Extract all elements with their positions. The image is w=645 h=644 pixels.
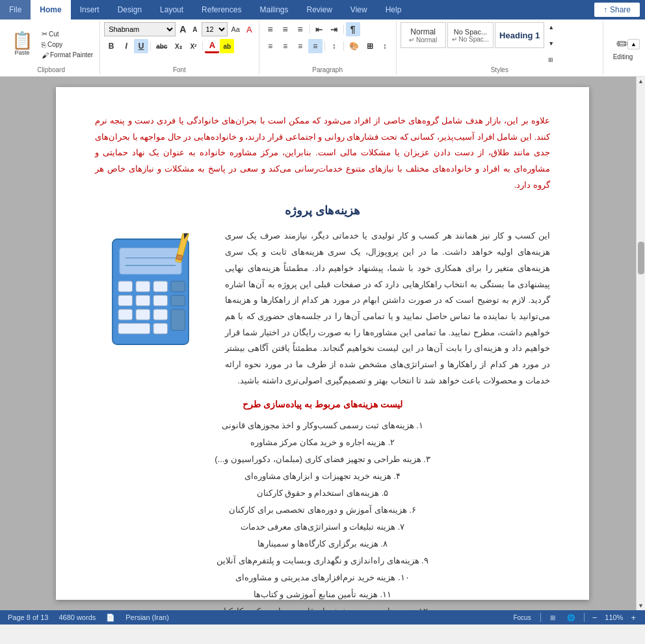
clipboard-label: Clipboard bbox=[7, 65, 96, 73]
bullets-button[interactable]: ≡ bbox=[263, 22, 278, 36]
svg-rect-8 bbox=[118, 296, 133, 306]
scroll-thumb[interactable] bbox=[638, 242, 644, 274]
font-shrink-button[interactable]: A bbox=[190, 22, 200, 36]
numbering-button[interactable]: ≡ bbox=[278, 22, 293, 36]
clear-format-button[interactable]: A bbox=[244, 22, 255, 36]
styles-scroll-down[interactable]: ▼ bbox=[546, 40, 557, 47]
bold-button[interactable]: B bbox=[104, 39, 118, 53]
tab-file[interactable]: File bbox=[0, 0, 31, 19]
scroll-track[interactable] bbox=[637, 86, 645, 601]
list-item: ۱۲. هزینه‌های بیمه و پوشش‌های قانونی برا… bbox=[95, 603, 550, 610]
text-color-button[interactable]: A bbox=[205, 39, 219, 53]
italic-button[interactable]: I bbox=[119, 39, 133, 53]
shading-button[interactable]: 🎨 bbox=[346, 39, 362, 53]
paragraph-label: Paragraph bbox=[263, 65, 392, 73]
list-item: ۳. هزینه طراحی و تجهیز فضای کاری (مبلمان… bbox=[95, 451, 550, 468]
document-container: ▲ ▼ علاوه بر این، بازار هدف شامل گروه‌ها… bbox=[0, 77, 645, 610]
divider3 bbox=[309, 25, 310, 34]
cut-icon: ✂ bbox=[42, 30, 47, 38]
multilevel-button[interactable]: ≡ bbox=[293, 22, 308, 36]
svg-rect-6 bbox=[153, 281, 168, 292]
tab-insert[interactable]: Insert bbox=[71, 0, 109, 19]
svg-rect-13 bbox=[136, 309, 150, 320]
font-size-select[interactable]: 12 bbox=[202, 22, 228, 36]
document-page: علاوه بر این، بازار هدف شامل گروه‌های خا… bbox=[56, 87, 589, 600]
editing-label: Editing bbox=[613, 53, 633, 60]
sort-button[interactable]: ↕ bbox=[378, 39, 392, 53]
status-bar: Page 8 of 13 4680 words 📄 Persian (Iran)… bbox=[0, 610, 645, 625]
show-paragraph-button[interactable]: ¶ bbox=[346, 22, 360, 36]
tab-home[interactable]: Home bbox=[31, 0, 70, 19]
tab-design[interactable]: Design bbox=[109, 0, 151, 19]
underline-button[interactable]: U bbox=[134, 39, 148, 53]
list-item: ۸. هزینه برگزاری کارگاه‌ها و سمینارها bbox=[95, 535, 550, 552]
align-center-button[interactable]: ≡ bbox=[278, 39, 293, 53]
zoom-in-button[interactable]: + bbox=[629, 613, 637, 623]
list-item: ۵. هزینه‌های استخدام و حقوق کارکنان bbox=[95, 485, 550, 502]
list-heading: لیست هزینه‌های مربوط به پیاده‌سازی طرح bbox=[95, 399, 550, 409]
print-layout-button[interactable]: ⊞ bbox=[547, 613, 558, 623]
copy-icon: ⎘ bbox=[42, 41, 46, 49]
line-spacing-button[interactable]: ↕ bbox=[327, 39, 341, 53]
svg-rect-14 bbox=[153, 309, 168, 320]
align-left-button[interactable]: ≡ bbox=[263, 39, 278, 53]
tab-review[interactable]: Review bbox=[297, 0, 341, 19]
scroll-up-arrow[interactable]: ▲ bbox=[637, 77, 646, 86]
paragraph-content: ≡ ≡ ≡ ⇤ ⇥ ¶ ≡ ≡ ≡ ≡ ↕ 🎨 ⊞ ↕ bbox=[263, 22, 392, 65]
format-painter-icon: 🖌 bbox=[42, 51, 49, 59]
strikethrough-button[interactable]: abc bbox=[153, 39, 170, 53]
doc-icon: 📄 bbox=[106, 613, 115, 622]
divider4 bbox=[343, 25, 344, 34]
borders-button[interactable]: ⊞ bbox=[363, 39, 377, 53]
tab-mailings[interactable]: Mailings bbox=[250, 0, 297, 19]
paste-button[interactable]: 📋 Paste bbox=[7, 31, 38, 57]
zoom-out-button[interactable]: − bbox=[591, 613, 599, 623]
style-no-space[interactable]: No Spac... ↵ No Spac... bbox=[447, 22, 494, 48]
list-item: ۱۰. هزینه خرید نرم‌افزارهای مدیریتی و مش… bbox=[95, 569, 550, 586]
divider2 bbox=[202, 42, 203, 51]
web-view-button[interactable]: 🌐 bbox=[564, 613, 577, 623]
svg-rect-4 bbox=[118, 281, 133, 292]
word-count: 4680 words bbox=[59, 613, 96, 621]
ribbon-toolbar: 📋 Paste ✂ Cut ⎘ Copy 🖌 Format Painter bbox=[0, 19, 645, 77]
style-normal[interactable]: Normal ↵ Normal bbox=[401, 22, 446, 48]
list-item: ۹. هزینه‌های راه‌اندازی و نگهداری وبسایت… bbox=[95, 552, 550, 569]
list-item: ۷. هزینه تبلیغات و استراتژی‌های معرفی خد… bbox=[95, 519, 550, 535]
indent-increase-button[interactable]: ⇥ bbox=[327, 22, 341, 36]
font-grow-button[interactable]: A bbox=[177, 22, 189, 36]
align-right-button[interactable]: ≡ bbox=[293, 39, 308, 53]
font-name-select[interactable]: Shabnam bbox=[104, 22, 176, 36]
superscript-button[interactable]: X² bbox=[186, 39, 200, 53]
style-heading1[interactable]: Heading 1 bbox=[495, 22, 544, 48]
styles-more[interactable]: ⊞ bbox=[546, 56, 557, 64]
scroll-down-arrow[interactable]: ▼ bbox=[637, 601, 646, 610]
styles-group: Normal ↵ Normal No Spac... ↵ No Spac... … bbox=[397, 21, 603, 75]
tab-help[interactable]: Help bbox=[376, 0, 411, 19]
subscript-button[interactable]: X₂ bbox=[171, 39, 185, 53]
language: Persian (Iran) bbox=[125, 613, 169, 621]
clipboard-content: 📋 Paste ✂ Cut ⎘ Copy 🖌 Format Painter bbox=[7, 22, 96, 65]
svg-rect-10 bbox=[153, 296, 168, 306]
tab-layout[interactable]: Layout bbox=[151, 0, 192, 19]
divider1 bbox=[150, 42, 151, 51]
scrollbar[interactable]: ▲ ▼ bbox=[636, 77, 645, 610]
format-painter-button[interactable]: 🖌 Format Painter bbox=[39, 51, 96, 60]
intro-paragraph: علاوه بر این، بازار هدف شامل گروه‌های خا… bbox=[95, 113, 550, 193]
focus-button[interactable]: Focus bbox=[510, 613, 533, 623]
share-button[interactable]: ↑ Share bbox=[594, 3, 640, 17]
highlight-button[interactable]: ab bbox=[220, 39, 234, 53]
clipboard-group: 📋 Paste ✂ Cut ⎘ Copy 🖌 Format Painter bbox=[3, 21, 100, 75]
tab-view[interactable]: View bbox=[341, 0, 376, 19]
styles-scroll-up[interactable]: ▲ bbox=[546, 23, 557, 31]
justify-button[interactable]: ≡ bbox=[308, 39, 322, 53]
share-icon: ↑ bbox=[603, 5, 607, 14]
list-item: ۱. هزینه‌های ثبت رسمی کسب‌وکار و اخذ مجو… bbox=[95, 417, 550, 434]
cut-button[interactable]: ✂ Cut bbox=[39, 29, 96, 39]
paste-icon: 📋 bbox=[12, 32, 33, 49]
tab-references[interactable]: References bbox=[192, 0, 250, 19]
indent-decrease-button[interactable]: ⇤ bbox=[312, 22, 326, 36]
copy-button[interactable]: ⎘ Copy bbox=[39, 40, 96, 49]
font-content: Shabnam A A 12 Aa A B I U abc X₂ X² A bbox=[104, 22, 255, 65]
ribbon-collapse-button[interactable]: ▲ bbox=[627, 39, 640, 49]
change-case-button[interactable]: Aa bbox=[229, 22, 243, 36]
